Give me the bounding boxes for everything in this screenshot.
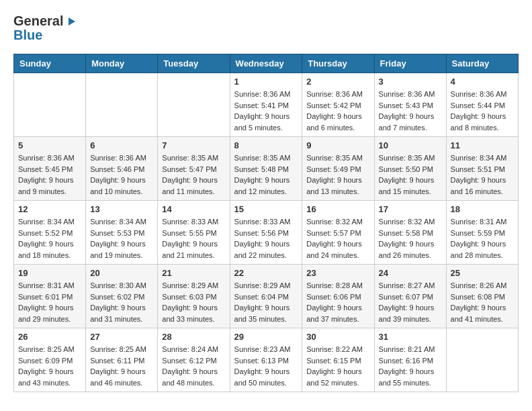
day-number: 15 xyxy=(234,204,298,214)
day-info: Sunrise: 8:35 AM Sunset: 5:50 PM Dayligh… xyxy=(379,152,442,197)
day-number: 1 xyxy=(234,77,298,87)
day-number: 21 xyxy=(162,268,225,278)
calendar-day-cell: 5Sunrise: 8:36 AM Sunset: 5:45 PM Daylig… xyxy=(14,137,86,201)
weekday-header: Sunday xyxy=(14,54,86,73)
day-info: Sunrise: 8:33 AM Sunset: 5:56 PM Dayligh… xyxy=(234,216,298,261)
logo-arrow-icon xyxy=(64,15,78,28)
day-info: Sunrise: 8:25 AM Sunset: 6:09 PM Dayligh… xyxy=(18,344,81,388)
calendar-day-cell: 18Sunrise: 8:31 AM Sunset: 5:59 PM Dayli… xyxy=(446,201,518,265)
calendar-day-cell: 3Sunrise: 8:36 AM Sunset: 5:43 PM Daylig… xyxy=(374,73,446,137)
day-info: Sunrise: 8:36 AM Sunset: 5:44 PM Dayligh… xyxy=(451,89,514,133)
calendar-week-row: 26Sunrise: 8:25 AM Sunset: 6:09 PM Dayli… xyxy=(14,328,519,392)
day-info: Sunrise: 8:30 AM Sunset: 6:02 PM Dayligh… xyxy=(90,280,153,324)
calendar-day-cell: 14Sunrise: 8:33 AM Sunset: 5:55 PM Dayli… xyxy=(158,201,230,265)
day-info: Sunrise: 8:34 AM Sunset: 5:52 PM Dayligh… xyxy=(18,216,81,261)
weekday-header: Friday xyxy=(374,54,446,73)
day-info: Sunrise: 8:22 AM Sunset: 6:15 PM Dayligh… xyxy=(306,344,369,388)
calendar-day-cell: 17Sunrise: 8:32 AM Sunset: 5:58 PM Dayli… xyxy=(374,201,446,265)
day-number: 25 xyxy=(451,268,514,278)
weekday-header: Wednesday xyxy=(230,54,302,73)
logo-general-text: General xyxy=(13,13,63,29)
day-number: 24 xyxy=(379,268,442,278)
calendar-day-cell xyxy=(446,328,518,392)
day-number: 14 xyxy=(162,204,225,214)
day-number: 19 xyxy=(18,268,81,278)
day-info: Sunrise: 8:35 AM Sunset: 5:48 PM Dayligh… xyxy=(234,152,298,197)
day-info: Sunrise: 8:31 AM Sunset: 5:59 PM Dayligh… xyxy=(451,216,514,261)
calendar-day-cell: 12Sunrise: 8:34 AM Sunset: 5:52 PM Dayli… xyxy=(14,201,86,265)
calendar-day-cell: 27Sunrise: 8:25 AM Sunset: 6:11 PM Dayli… xyxy=(86,328,158,392)
day-info: Sunrise: 8:21 AM Sunset: 6:16 PM Dayligh… xyxy=(379,344,442,388)
day-info: Sunrise: 8:36 AM Sunset: 5:42 PM Dayligh… xyxy=(306,89,369,133)
day-info: Sunrise: 8:24 AM Sunset: 6:12 PM Dayligh… xyxy=(162,344,225,388)
day-number: 18 xyxy=(451,204,514,214)
weekday-header: Saturday xyxy=(446,54,518,73)
weekday-header: Thursday xyxy=(302,54,374,73)
day-number: 26 xyxy=(18,332,81,342)
calendar-day-cell xyxy=(158,73,230,137)
day-info: Sunrise: 8:35 AM Sunset: 5:49 PM Dayligh… xyxy=(306,152,369,197)
day-number: 30 xyxy=(306,332,369,342)
calendar-day-cell: 20Sunrise: 8:30 AM Sunset: 6:02 PM Dayli… xyxy=(86,265,158,328)
day-number: 4 xyxy=(451,77,514,87)
day-number: 22 xyxy=(234,268,298,278)
day-info: Sunrise: 8:35 AM Sunset: 5:47 PM Dayligh… xyxy=(162,152,225,197)
day-number: 12 xyxy=(18,204,81,214)
calendar-day-cell: 10Sunrise: 8:35 AM Sunset: 5:50 PM Dayli… xyxy=(374,137,446,201)
day-number: 27 xyxy=(90,332,153,342)
calendar-day-cell xyxy=(86,73,158,137)
day-info: Sunrise: 8:36 AM Sunset: 5:45 PM Dayligh… xyxy=(18,152,81,197)
day-number: 5 xyxy=(18,140,81,150)
calendar-day-cell: 7Sunrise: 8:35 AM Sunset: 5:47 PM Daylig… xyxy=(158,137,230,201)
day-info: Sunrise: 8:32 AM Sunset: 5:57 PM Dayligh… xyxy=(306,216,369,261)
calendar-day-cell: 2Sunrise: 8:36 AM Sunset: 5:42 PM Daylig… xyxy=(302,73,374,137)
calendar-day-cell: 25Sunrise: 8:26 AM Sunset: 6:08 PM Dayli… xyxy=(446,265,518,328)
calendar-week-row: 5Sunrise: 8:36 AM Sunset: 5:45 PM Daylig… xyxy=(14,137,519,201)
calendar-header-row: SundayMondayTuesdayWednesdayThursdayFrid… xyxy=(14,54,519,73)
calendar-day-cell: 1Sunrise: 8:36 AM Sunset: 5:41 PM Daylig… xyxy=(230,73,302,137)
day-info: Sunrise: 8:32 AM Sunset: 5:58 PM Dayligh… xyxy=(379,216,442,261)
day-number: 7 xyxy=(162,140,225,150)
calendar-day-cell: 30Sunrise: 8:22 AM Sunset: 6:15 PM Dayli… xyxy=(302,328,374,392)
calendar-week-row: 1Sunrise: 8:36 AM Sunset: 5:41 PM Daylig… xyxy=(14,73,519,137)
calendar-day-cell: 23Sunrise: 8:28 AM Sunset: 6:06 PM Dayli… xyxy=(302,265,374,328)
calendar-table: SundayMondayTuesdayWednesdayThursdayFrid… xyxy=(13,54,519,392)
calendar-day-cell: 4Sunrise: 8:36 AM Sunset: 5:44 PM Daylig… xyxy=(446,73,518,137)
day-number: 16 xyxy=(306,204,369,214)
page-header: General Blue xyxy=(13,13,519,43)
day-info: Sunrise: 8:26 AM Sunset: 6:08 PM Dayligh… xyxy=(451,280,514,324)
calendar-week-row: 19Sunrise: 8:31 AM Sunset: 6:01 PM Dayli… xyxy=(14,265,519,328)
calendar-day-cell xyxy=(14,73,86,137)
day-info: Sunrise: 8:23 AM Sunset: 6:13 PM Dayligh… xyxy=(234,344,298,388)
calendar-day-cell: 21Sunrise: 8:29 AM Sunset: 6:03 PM Dayli… xyxy=(158,265,230,328)
day-info: Sunrise: 8:33 AM Sunset: 5:55 PM Dayligh… xyxy=(162,216,225,261)
day-number: 23 xyxy=(306,268,369,278)
day-number: 3 xyxy=(379,77,442,87)
calendar-day-cell: 13Sunrise: 8:34 AM Sunset: 5:53 PM Dayli… xyxy=(86,201,158,265)
calendar-day-cell: 28Sunrise: 8:24 AM Sunset: 6:12 PM Dayli… xyxy=(158,328,230,392)
calendar-day-cell: 31Sunrise: 8:21 AM Sunset: 6:16 PM Dayli… xyxy=(374,328,446,392)
day-number: 6 xyxy=(90,140,153,150)
calendar-day-cell: 6Sunrise: 8:36 AM Sunset: 5:46 PM Daylig… xyxy=(86,137,158,201)
calendar-day-cell: 29Sunrise: 8:23 AM Sunset: 6:13 PM Dayli… xyxy=(230,328,302,392)
day-number: 10 xyxy=(379,140,442,150)
svg-marker-0 xyxy=(69,17,75,26)
day-info: Sunrise: 8:28 AM Sunset: 6:06 PM Dayligh… xyxy=(306,280,369,324)
day-number: 2 xyxy=(306,77,369,87)
logo-blue-text: Blue xyxy=(13,28,42,43)
calendar-day-cell: 8Sunrise: 8:35 AM Sunset: 5:48 PM Daylig… xyxy=(230,137,302,201)
day-info: Sunrise: 8:36 AM Sunset: 5:46 PM Dayligh… xyxy=(90,152,153,197)
calendar-day-cell: 9Sunrise: 8:35 AM Sunset: 5:49 PM Daylig… xyxy=(302,137,374,201)
day-number: 8 xyxy=(234,140,298,150)
day-number: 31 xyxy=(379,332,442,342)
day-info: Sunrise: 8:29 AM Sunset: 6:04 PM Dayligh… xyxy=(234,280,298,324)
calendar-day-cell: 16Sunrise: 8:32 AM Sunset: 5:57 PM Dayli… xyxy=(302,201,374,265)
day-number: 20 xyxy=(90,268,153,278)
day-info: Sunrise: 8:36 AM Sunset: 5:43 PM Dayligh… xyxy=(379,89,442,133)
day-info: Sunrise: 8:36 AM Sunset: 5:41 PM Dayligh… xyxy=(234,89,298,133)
calendar-day-cell: 26Sunrise: 8:25 AM Sunset: 6:09 PM Dayli… xyxy=(14,328,86,392)
calendar-day-cell: 19Sunrise: 8:31 AM Sunset: 6:01 PM Dayli… xyxy=(14,265,86,328)
calendar-day-cell: 15Sunrise: 8:33 AM Sunset: 5:56 PM Dayli… xyxy=(230,201,302,265)
logo: General Blue xyxy=(13,13,78,43)
day-number: 9 xyxy=(306,140,369,150)
